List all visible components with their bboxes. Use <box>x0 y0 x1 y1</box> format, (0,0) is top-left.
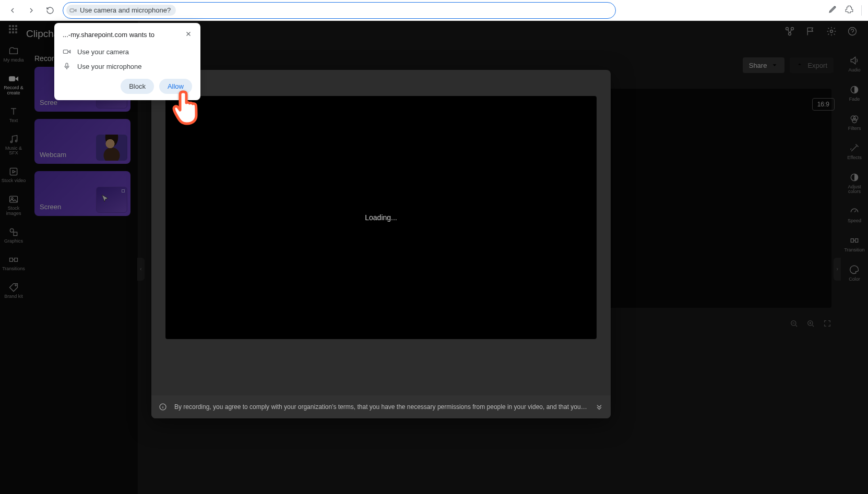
browser-toolbar: Use camera and microphone? <box>0 0 868 21</box>
svg-marker-1 <box>75 9 76 11</box>
camera-icon <box>63 47 71 56</box>
record-modal: eo Loading... By recording, you agree to… <box>151 70 611 418</box>
chevrons-down-icon[interactable] <box>595 403 603 411</box>
loading-label: Loading... <box>365 213 397 222</box>
address-bar[interactable]: Use camera and microphone? <box>63 2 616 19</box>
svg-rect-0 <box>70 9 74 12</box>
record-modal-footer: By recording, you agree to comply with y… <box>151 395 611 418</box>
back-button[interactable] <box>6 4 19 17</box>
close-icon[interactable] <box>185 30 192 39</box>
footer-text: By recording, you agree to comply with y… <box>174 403 588 411</box>
block-button[interactable]: Block <box>121 79 154 94</box>
svg-marker-31 <box>68 50 70 53</box>
record-modal-header: eo <box>151 70 611 96</box>
separator <box>861 5 862 16</box>
permission-chip-label: Use camera and microphone? <box>80 6 171 14</box>
record-preview: Loading... <box>165 96 597 339</box>
allow-button[interactable]: Allow <box>159 79 192 94</box>
permission-chip[interactable]: Use camera and microphone? <box>66 5 176 16</box>
permission-camera-label: Use your camera <box>77 48 129 56</box>
extensions-icon[interactable] <box>845 5 854 16</box>
pen-icon[interactable] <box>828 5 837 16</box>
camera-icon <box>69 7 77 14</box>
microphone-icon <box>63 62 71 70</box>
permission-mic-label: Use your microphone <box>77 63 142 70</box>
reload-button[interactable] <box>44 4 56 17</box>
forward-button[interactable] <box>25 4 38 17</box>
permission-row-microphone: Use your microphone <box>63 59 192 74</box>
chrome-actions <box>828 5 862 16</box>
svg-rect-32 <box>66 63 68 67</box>
permission-row-camera: Use your camera <box>63 44 192 59</box>
permission-popup: ...-my.sharepoint.com wants to Use your … <box>54 23 200 100</box>
permission-heading: ...-my.sharepoint.com wants to <box>63 31 154 39</box>
info-icon <box>159 403 167 411</box>
svg-rect-30 <box>63 50 68 54</box>
